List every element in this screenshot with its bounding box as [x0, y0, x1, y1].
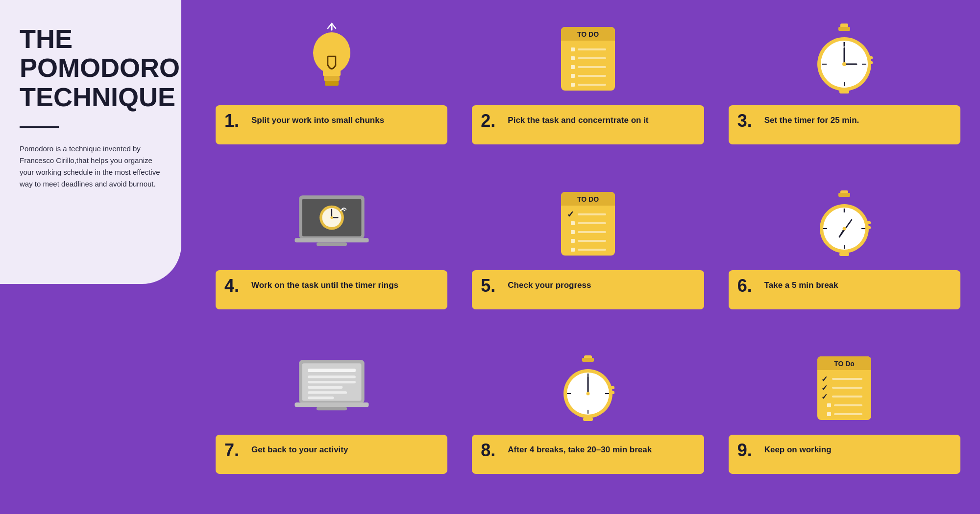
step-6-num: 6.	[737, 277, 760, 295]
step-2-num: 2.	[481, 112, 503, 130]
svg-rect-53	[571, 221, 575, 225]
step-2: TO DO 2. Pick the task and concerntrate …	[472, 20, 704, 165]
bulb-icon	[293, 20, 371, 98]
svg-rect-60	[578, 249, 606, 251]
step-7-num: 7.	[224, 442, 246, 459]
svg-point-44	[330, 216, 333, 219]
step-8-num: 8.	[481, 442, 503, 459]
svg-rect-23	[578, 84, 606, 86]
step-4-text: Work on the task until the timer rings	[251, 277, 398, 291]
svg-rect-19	[578, 66, 606, 68]
svg-text:✓: ✓	[821, 384, 828, 392]
step-3: 3. Set the timer for 25 min.	[729, 20, 960, 165]
step-8-box: 8. After 4 breaks, take 20–30 min break	[472, 435, 704, 474]
svg-rect-25	[838, 27, 850, 31]
step-1-text: Split your work into small chunks	[251, 112, 384, 126]
step-8: 8. After 4 breaks, take 20–30 min break	[472, 349, 704, 494]
svg-rect-46	[317, 242, 347, 246]
svg-point-94	[586, 392, 589, 395]
svg-point-3	[313, 32, 350, 73]
svg-rect-15	[578, 48, 606, 50]
step-8-text: After 4 breaks, take 20–30 min break	[508, 442, 652, 455]
svg-rect-83	[294, 403, 368, 407]
step-9-num: 9.	[737, 442, 760, 459]
svg-rect-108	[827, 403, 831, 407]
svg-text:✓: ✓	[567, 210, 574, 219]
doc-icon	[293, 349, 371, 427]
svg-rect-16	[571, 56, 575, 60]
step-5: TO DO ✓ 5. Check your progress	[472, 185, 704, 330]
step-1: 1. Split your work into small chunks	[216, 20, 447, 165]
svg-rect-5	[324, 76, 340, 81]
svg-rect-21	[578, 75, 606, 77]
svg-point-71	[843, 227, 846, 231]
step-6-box: 6. Take a 5 min break	[729, 270, 960, 309]
todo-icon-1: TO DO	[549, 20, 627, 98]
step-1-box: 1. Split your work into small chunks	[216, 105, 447, 144]
svg-rect-14	[571, 47, 575, 51]
svg-rect-97	[583, 418, 593, 421]
svg-text:✓: ✓	[821, 375, 828, 383]
svg-point-34	[842, 62, 846, 66]
svg-rect-95	[610, 386, 614, 389]
svg-rect-79	[308, 381, 356, 383]
svg-rect-56	[578, 231, 606, 233]
svg-rect-78	[308, 376, 356, 378]
main-title: THE POMODORO TECHNIQUE	[20, 24, 162, 112]
svg-rect-20	[571, 74, 575, 78]
watch-icon-3	[549, 349, 627, 427]
svg-rect-55	[571, 230, 575, 234]
svg-text:✓: ✓	[821, 393, 828, 401]
step-9-box: 9. Keep on working	[729, 435, 960, 474]
step-6-text: Take a 5 min break	[764, 277, 838, 291]
todo-icon-3: TO Do ✓ ✓ ✓	[805, 349, 883, 427]
step-3-text: Set the timer for 25 min.	[764, 112, 859, 126]
step-5-num: 5.	[481, 277, 503, 295]
todo-icon-2: TO DO ✓	[549, 185, 627, 263]
step-2-text: Pick the task and concerntrate on it	[508, 112, 648, 126]
step-3-num: 3.	[737, 112, 760, 130]
svg-rect-107	[832, 396, 862, 397]
svg-rect-103	[832, 378, 862, 380]
svg-text:TO Do: TO Do	[834, 360, 855, 368]
svg-text:TO DO: TO DO	[577, 195, 599, 203]
svg-rect-81	[308, 392, 347, 394]
step-1-num: 1.	[224, 112, 246, 130]
svg-rect-37	[839, 90, 849, 93]
svg-rect-62	[838, 193, 850, 197]
svg-rect-72	[866, 221, 871, 224]
step-4-box: 4. Work on the task until the timer ring…	[216, 270, 447, 309]
steps-grid: 1. Split your work into small chunks TO …	[216, 20, 960, 494]
svg-rect-111	[834, 413, 862, 415]
svg-rect-6	[325, 81, 339, 86]
svg-rect-52	[578, 213, 606, 215]
step-7: 7. Get back to your activity	[216, 349, 447, 494]
step-3-box: 3. Set the timer for 25 min.	[729, 105, 960, 144]
step-6: 6. Take a 5 min break	[729, 185, 960, 330]
svg-rect-77	[308, 369, 356, 372]
watch-icon-1	[805, 20, 883, 98]
step-7-box: 7. Get back to your activity	[216, 435, 447, 474]
step-4: 4. Work on the task until the timer ring…	[216, 185, 447, 330]
svg-rect-59	[571, 248, 575, 252]
step-2-box: 2. Pick the task and concerntrate on it	[472, 105, 704, 144]
svg-rect-36	[868, 61, 873, 64]
divider	[20, 126, 59, 128]
svg-rect-73	[866, 226, 871, 229]
svg-rect-84	[317, 407, 347, 411]
svg-rect-86	[582, 358, 594, 362]
intro-panel: THE POMODORO TECHNIQUE Pomodoro is a tec…	[0, 0, 181, 284]
svg-rect-45	[294, 238, 368, 242]
watch-icon-2	[805, 185, 883, 263]
svg-rect-35	[868, 56, 873, 59]
svg-rect-4	[323, 70, 341, 76]
svg-rect-110	[827, 412, 831, 416]
svg-rect-54	[578, 222, 606, 224]
svg-rect-58	[578, 240, 606, 242]
step-9-text: Keep on working	[764, 442, 832, 455]
step-5-text: Check your progress	[508, 277, 591, 291]
svg-rect-74	[839, 253, 849, 256]
svg-rect-109	[834, 404, 862, 406]
step-4-num: 4.	[224, 277, 246, 295]
svg-rect-18	[571, 65, 575, 69]
